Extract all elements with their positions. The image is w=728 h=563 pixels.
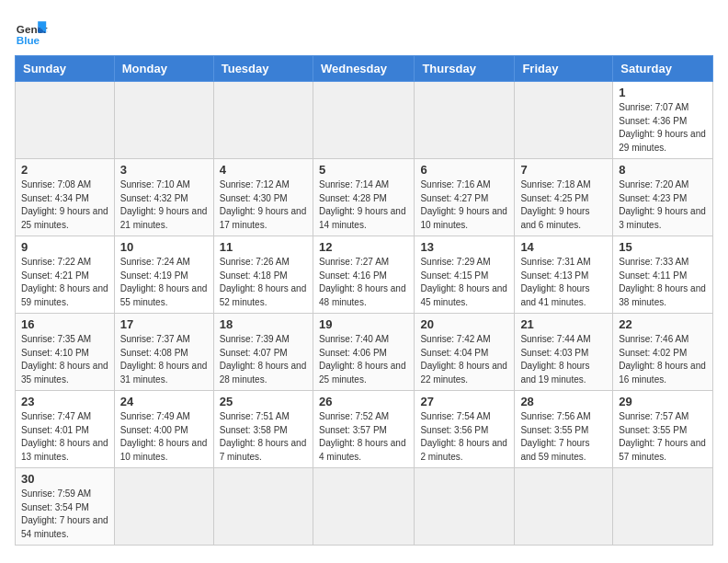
- calendar-day-cell: 19Sunrise: 7:40 AM Sunset: 4:06 PM Dayli…: [313, 314, 414, 391]
- day-info: Sunrise: 7:33 AM Sunset: 4:11 PM Dayligh…: [619, 256, 707, 309]
- calendar-day-cell: 25Sunrise: 7:51 AM Sunset: 3:58 PM Dayli…: [213, 391, 313, 468]
- day-info: Sunrise: 7:12 AM Sunset: 4:30 PM Dayligh…: [220, 178, 307, 232]
- calendar-week-row: 2Sunrise: 7:08 AM Sunset: 4:34 PM Daylig…: [16, 159, 713, 236]
- day-info: Sunrise: 7:29 AM Sunset: 4:15 PM Dayligh…: [420, 256, 508, 309]
- day-number: 28: [520, 395, 607, 408]
- calendar-day-cell: 8Sunrise: 7:20 AM Sunset: 4:23 PM Daylig…: [613, 159, 713, 236]
- calendar-day-cell: 11Sunrise: 7:26 AM Sunset: 4:18 PM Dayli…: [213, 236, 313, 314]
- day-info: Sunrise: 7:40 AM Sunset: 4:06 PM Dayligh…: [319, 333, 408, 386]
- day-info: Sunrise: 7:24 AM Sunset: 4:19 PM Dayligh…: [120, 256, 208, 309]
- calendar-day-cell: [415, 82, 515, 159]
- calendar-day-cell: 10Sunrise: 7:24 AM Sunset: 4:19 PM Dayli…: [114, 236, 213, 314]
- day-number: 13: [420, 240, 508, 254]
- calendar-day-cell: 4Sunrise: 7:12 AM Sunset: 4:30 PM Daylig…: [213, 159, 313, 236]
- calendar-day-cell: 12Sunrise: 7:27 AM Sunset: 4:16 PM Dayli…: [313, 236, 414, 314]
- day-number: 25: [220, 395, 307, 408]
- day-info: Sunrise: 7:46 AM Sunset: 4:02 PM Dayligh…: [619, 333, 707, 386]
- day-number: 23: [21, 395, 108, 408]
- day-number: 9: [21, 240, 108, 254]
- day-number: 7: [520, 163, 607, 177]
- calendar-day-cell: [114, 82, 213, 159]
- calendar-table: SundayMondayTuesdayWednesdayThursdayFrid…: [15, 55, 713, 546]
- day-info: Sunrise: 7:14 AM Sunset: 4:28 PM Dayligh…: [319, 178, 408, 232]
- calendar-day-cell: 7Sunrise: 7:18 AM Sunset: 4:25 PM Daylig…: [515, 159, 613, 236]
- calendar-week-row: 1Sunrise: 7:07 AM Sunset: 4:36 PM Daylig…: [16, 82, 713, 159]
- day-number: 10: [120, 240, 208, 254]
- day-info: Sunrise: 7:26 AM Sunset: 4:18 PM Dayligh…: [220, 256, 307, 309]
- calendar-day-cell: 23Sunrise: 7:47 AM Sunset: 4:01 PM Dayli…: [16, 391, 115, 468]
- day-number: 16: [21, 317, 108, 331]
- day-number: 19: [319, 317, 408, 331]
- calendar-day-cell: 15Sunrise: 7:33 AM Sunset: 4:11 PM Dayli…: [613, 236, 713, 314]
- calendar-header-wednesday: Wednesday: [313, 56, 414, 82]
- calendar-header-thursday: Thursday: [415, 56, 515, 82]
- day-info: Sunrise: 7:51 AM Sunset: 3:58 PM Dayligh…: [220, 410, 307, 464]
- calendar-day-cell: [114, 468, 213, 546]
- day-number: 21: [520, 317, 607, 331]
- day-number: 4: [220, 163, 307, 177]
- day-info: Sunrise: 7:27 AM Sunset: 4:16 PM Dayligh…: [319, 256, 408, 309]
- calendar-day-cell: [515, 468, 613, 546]
- calendar-header-friday: Friday: [515, 56, 613, 82]
- day-number: 8: [619, 163, 707, 177]
- calendar-day-cell: 1Sunrise: 7:07 AM Sunset: 4:36 PM Daylig…: [613, 82, 713, 159]
- page-header: General Blue: [15, 15, 713, 48]
- calendar-day-cell: 24Sunrise: 7:49 AM Sunset: 4:00 PM Dayli…: [114, 391, 213, 468]
- calendar-day-cell: 2Sunrise: 7:08 AM Sunset: 4:34 PM Daylig…: [16, 159, 115, 236]
- calendar-header-monday: Monday: [114, 56, 213, 82]
- day-info: Sunrise: 7:07 AM Sunset: 4:36 PM Dayligh…: [619, 101, 707, 155]
- day-number: 14: [520, 240, 607, 254]
- calendar-day-cell: 21Sunrise: 7:44 AM Sunset: 4:03 PM Dayli…: [515, 314, 613, 391]
- calendar-week-row: 23Sunrise: 7:47 AM Sunset: 4:01 PM Dayli…: [16, 391, 713, 468]
- day-number: 3: [120, 163, 208, 177]
- day-number: 29: [619, 395, 707, 408]
- day-number: 1: [619, 86, 707, 99]
- calendar-day-cell: [313, 468, 414, 546]
- day-number: 30: [21, 472, 108, 486]
- day-info: Sunrise: 7:59 AM Sunset: 3:54 PM Dayligh…: [21, 488, 108, 541]
- calendar-day-cell: 3Sunrise: 7:10 AM Sunset: 4:32 PM Daylig…: [114, 159, 213, 236]
- day-number: 12: [319, 240, 408, 254]
- day-number: 2: [21, 163, 108, 177]
- calendar-day-cell: 13Sunrise: 7:29 AM Sunset: 4:15 PM Dayli…: [415, 236, 515, 314]
- day-info: Sunrise: 7:54 AM Sunset: 3:56 PM Dayligh…: [420, 410, 508, 464]
- calendar-day-cell: 14Sunrise: 7:31 AM Sunset: 4:13 PM Dayli…: [515, 236, 613, 314]
- calendar-day-cell: 29Sunrise: 7:57 AM Sunset: 3:55 PM Dayli…: [613, 391, 713, 468]
- day-info: Sunrise: 7:39 AM Sunset: 4:07 PM Dayligh…: [220, 333, 307, 386]
- calendar-day-cell: [16, 82, 115, 159]
- logo: General Blue: [15, 15, 48, 48]
- day-info: Sunrise: 7:52 AM Sunset: 3:57 PM Dayligh…: [319, 410, 408, 464]
- day-info: Sunrise: 7:22 AM Sunset: 4:21 PM Dayligh…: [21, 256, 108, 309]
- calendar-week-row: 9Sunrise: 7:22 AM Sunset: 4:21 PM Daylig…: [16, 236, 713, 314]
- calendar-day-cell: 22Sunrise: 7:46 AM Sunset: 4:02 PM Dayli…: [613, 314, 713, 391]
- day-info: Sunrise: 7:42 AM Sunset: 4:04 PM Dayligh…: [420, 333, 508, 386]
- day-number: 20: [420, 317, 508, 331]
- day-info: Sunrise: 7:20 AM Sunset: 4:23 PM Dayligh…: [619, 178, 707, 232]
- day-info: Sunrise: 7:35 AM Sunset: 4:10 PM Dayligh…: [21, 333, 108, 386]
- calendar-day-cell: 20Sunrise: 7:42 AM Sunset: 4:04 PM Dayli…: [415, 314, 515, 391]
- day-info: Sunrise: 7:16 AM Sunset: 4:27 PM Dayligh…: [420, 178, 508, 232]
- calendar-day-cell: [415, 468, 515, 546]
- calendar-day-cell: 9Sunrise: 7:22 AM Sunset: 4:21 PM Daylig…: [16, 236, 115, 314]
- calendar-day-cell: [515, 82, 613, 159]
- day-number: 26: [319, 395, 408, 408]
- day-number: 27: [420, 395, 508, 408]
- calendar-header-sunday: Sunday: [16, 56, 115, 82]
- calendar-day-cell: 16Sunrise: 7:35 AM Sunset: 4:10 PM Dayli…: [16, 314, 115, 391]
- logo-icon: General Blue: [15, 15, 48, 48]
- calendar-day-cell: 26Sunrise: 7:52 AM Sunset: 3:57 PM Dayli…: [313, 391, 414, 468]
- day-info: Sunrise: 7:44 AM Sunset: 4:03 PM Dayligh…: [520, 333, 607, 386]
- day-number: 11: [220, 240, 307, 254]
- day-number: 22: [619, 317, 707, 331]
- svg-text:Blue: Blue: [17, 34, 40, 46]
- day-number: 15: [619, 240, 707, 254]
- calendar-day-cell: [213, 468, 313, 546]
- calendar-day-cell: 27Sunrise: 7:54 AM Sunset: 3:56 PM Dayli…: [415, 391, 515, 468]
- calendar-day-cell: [613, 468, 713, 546]
- calendar-header-saturday: Saturday: [613, 56, 713, 82]
- calendar-week-row: 30Sunrise: 7:59 AM Sunset: 3:54 PM Dayli…: [16, 468, 713, 546]
- calendar-day-cell: [213, 82, 313, 159]
- calendar-day-cell: 5Sunrise: 7:14 AM Sunset: 4:28 PM Daylig…: [313, 159, 414, 236]
- day-number: 5: [319, 163, 408, 177]
- calendar-day-cell: 18Sunrise: 7:39 AM Sunset: 4:07 PM Dayli…: [213, 314, 313, 391]
